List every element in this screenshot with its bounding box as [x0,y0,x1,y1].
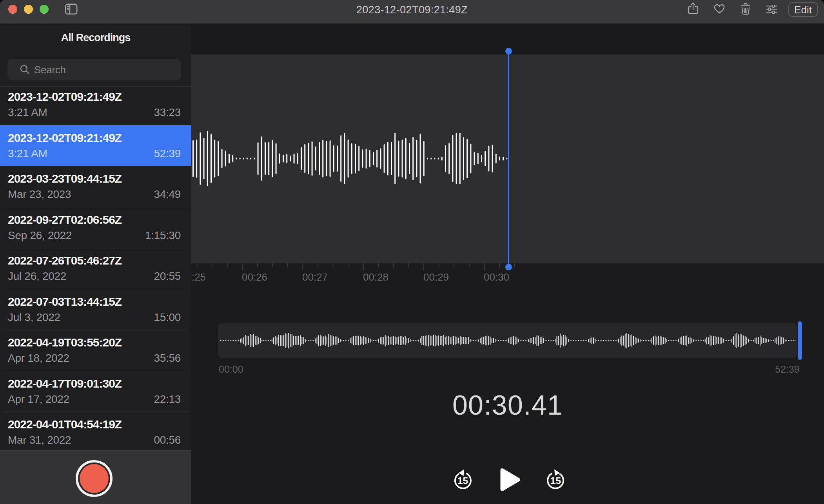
svg-text:15: 15 [457,475,468,486]
svg-text:15: 15 [550,475,561,486]
